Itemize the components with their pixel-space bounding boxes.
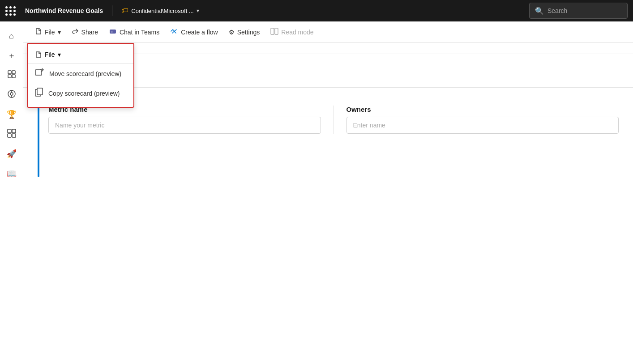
learn-icon: 📖: [7, 169, 17, 178]
create-flow-button[interactable]: Create a flow: [166, 25, 222, 39]
file-button[interactable]: File ▾: [30, 25, 65, 39]
search-box[interactable]: 🔍: [529, 3, 628, 19]
svg-rect-1: [12, 71, 15, 74]
sensitivity-tag[interactable]: 🏷 Confidential\Microsoft ... ▾: [121, 7, 199, 15]
metric-accent-bar: [38, 106, 39, 177]
teams-icon: T: [109, 27, 117, 37]
content-area: File ▾ Share T Chat in Teams: [23, 21, 633, 364]
metric-form: Metric name Owners: [48, 106, 619, 177]
share-label: Share: [81, 29, 98, 36]
tag-chevron-icon[interactable]: ▾: [197, 8, 199, 14]
sidebar-item-create[interactable]: ＋: [3, 47, 21, 64]
settings-label: Settings: [237, 29, 260, 36]
metrics-icon: 🏆: [7, 110, 17, 119]
dataflows-icon: [7, 89, 16, 101]
file-dropdown: File ▾ Move scorecard (preview): [27, 43, 134, 108]
file-dropdown-file-icon: [35, 51, 42, 58]
svg-rect-15: [275, 28, 278, 34]
move-scorecard-label: Move scorecard (preview): [49, 70, 121, 77]
read-mode-label: Read mode: [281, 29, 313, 36]
app-launcher-icon[interactable]: [5, 6, 16, 16]
svg-text:T: T: [111, 30, 113, 34]
flow-icon: [170, 27, 178, 37]
metric-name-input[interactable]: [48, 117, 321, 134]
metric-columns: Metric name Owners: [48, 106, 619, 134]
main-layout: ⌂ ＋: [0, 21, 633, 364]
share-button[interactable]: Share: [67, 25, 103, 39]
settings-button[interactable]: ⚙ Settings: [224, 26, 265, 38]
copy-scorecard-item[interactable]: Copy scorecard (preview): [28, 83, 133, 103]
copy-scorecard-label: Copy scorecard (preview): [48, 90, 120, 97]
sidebar-item-apps[interactable]: [3, 125, 21, 143]
sidebar-item-home[interactable]: ⌂: [3, 27, 21, 45]
read-mode-icon: [270, 28, 278, 36]
file-dropdown-chevron-icon: ▾: [58, 51, 61, 58]
svg-rect-14: [271, 28, 274, 34]
svg-rect-19: [37, 88, 43, 95]
tag-text: Confidential\Microsoft ...: [131, 8, 193, 14]
sidebar-item-dataflows[interactable]: [3, 86, 21, 104]
share-icon: [72, 28, 79, 36]
file-dropdown-file-label: File: [45, 51, 55, 58]
svg-rect-9: [12, 129, 16, 133]
search-input[interactable]: [547, 7, 619, 14]
search-icon: 🔍: [535, 7, 544, 15]
file-label: File: [45, 29, 55, 36]
svg-rect-11: [12, 134, 16, 137]
copy-icon: [35, 88, 43, 99]
deploy-icon: 🚀: [7, 149, 17, 159]
svg-rect-0: [8, 71, 11, 74]
svg-rect-2: [8, 75, 11, 78]
metric-name-col: Metric name: [48, 106, 321, 134]
metric-area: Metric name Owners: [38, 106, 619, 177]
home-icon: ⌂: [9, 31, 14, 41]
topbar-divider: [112, 5, 112, 16]
read-mode-button[interactable]: Read mode: [266, 25, 318, 39]
owners-label: Owners: [346, 106, 619, 113]
svg-point-5: [10, 93, 13, 95]
move-icon: [35, 68, 44, 79]
chat-teams-label: Chat in Teams: [120, 29, 159, 36]
create-icon: ＋: [8, 50, 16, 61]
tag-icon: 🏷: [121, 7, 128, 15]
svg-rect-3: [12, 75, 15, 78]
sidebar-item-metrics[interactable]: 🏆: [3, 106, 21, 123]
svg-rect-16: [35, 70, 42, 75]
move-scorecard-item[interactable]: Move scorecard (preview): [28, 64, 133, 83]
col-divider: [334, 106, 334, 134]
create-flow-label: Create a flow: [181, 29, 218, 36]
app-title: Northwind Revenue Goals: [25, 7, 103, 14]
apps-icon: [7, 129, 16, 140]
sidebar-item-deploy[interactable]: 🚀: [3, 145, 21, 163]
sidebar-item-browse[interactable]: [3, 66, 21, 84]
topbar: Northwind Revenue Goals 🏷 Confidential\M…: [0, 0, 633, 21]
chat-teams-button[interactable]: T Chat in Teams: [104, 25, 164, 39]
sidebar-item-learn[interactable]: 📖: [3, 165, 21, 182]
svg-rect-10: [8, 134, 11, 137]
owners-input[interactable]: [346, 117, 619, 134]
owners-col: Owners: [346, 106, 619, 134]
toolbar: File ▾ Share T Chat in Teams: [23, 21, 633, 43]
browse-icon: [8, 70, 16, 80]
svg-rect-8: [8, 129, 11, 133]
settings-icon: ⚙: [229, 29, 235, 36]
file-chevron-icon: ▾: [58, 29, 61, 36]
sidebar: ⌂ ＋: [0, 21, 23, 364]
file-icon: [35, 28, 42, 36]
